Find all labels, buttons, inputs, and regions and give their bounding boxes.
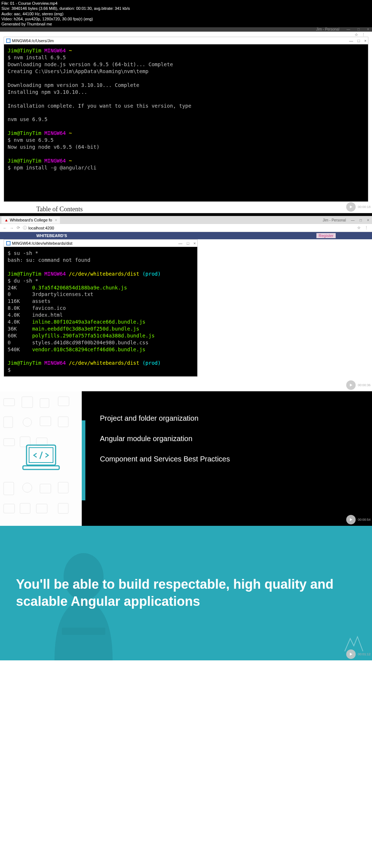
svg-rect-17 (4, 482, 14, 495)
star-icon[interactable]: ☆ (357, 225, 361, 230)
svg-rect-20 (58, 482, 68, 493)
slide-content: Project and folder organization Angular … (82, 391, 372, 526)
screenshot-1: File: 01 - Course Overview.mp4 Size: 384… (0, 0, 372, 213)
svg-rect-24 (58, 503, 68, 513)
svg-rect-1 (7, 39, 10, 42)
meta-size: Size: 3840146 bytes (3.66 MiB), duration… (1, 6, 371, 11)
url[interactable]: localhost:4200 (28, 226, 54, 230)
maximize-button[interactable]: □ (357, 27, 360, 31)
term-maximize[interactable]: □ (357, 39, 360, 43)
terminal-output[interactable]: $ su -sh * bash: su: command not found J… (4, 247, 197, 376)
video-overlay: 00:00:54 (346, 515, 371, 524)
timestamp: 00:01:12 (358, 652, 371, 656)
meta-audio: Audio: aac, 44100 Hz, stereo (eng) (1, 11, 371, 16)
close-button[interactable]: × (367, 218, 369, 222)
timestamp: 00:00:36 (358, 383, 371, 387)
menu-icon[interactable]: ⋮ (364, 225, 368, 230)
play-icon[interactable] (346, 380, 356, 390)
slide-headline: You'll be able to build respectable, hig… (16, 576, 343, 610)
reload-button[interactable]: ⟳ (17, 225, 20, 230)
minimize-button[interactable]: — (347, 27, 350, 31)
meta-file: File: 01 - Course Overview.mp4 (1, 1, 371, 6)
chrome-tabs: ▲ Whitebeard's College fo × Jim - Person… (0, 216, 372, 224)
play-icon[interactable] (346, 649, 356, 659)
slide-sidebar (0, 391, 82, 526)
terminal-titlebar[interactable]: MINGW64:/c/dev/whitebeards/dist — □ × (4, 240, 197, 247)
terminal-title: MINGW64:/c/Users/Jim (12, 39, 54, 43)
svg-rect-4 (7, 242, 10, 245)
screenshot-2: ▲ Whitebeard's College fo × Jim - Person… (0, 216, 372, 391)
video-overlay: 00:00:18 (346, 202, 371, 212)
back-button[interactable]: ← (3, 226, 7, 230)
svg-marker-31 (350, 653, 352, 656)
timestamp: 00:00:54 (358, 518, 371, 521)
svg-marker-5 (350, 384, 352, 387)
svg-marker-2 (350, 205, 352, 208)
svg-rect-27 (23, 466, 59, 469)
svg-rect-23 (36, 504, 47, 513)
terminal-titlebar[interactable]: MINGW64:/c/Users/Jim — □ × (4, 37, 368, 44)
bullet-1: Project and folder organization (100, 413, 354, 423)
register-link[interactable]: Register (316, 233, 336, 238)
minimize-button[interactable]: — (351, 218, 355, 222)
terminal-icon (6, 39, 11, 43)
svg-rect-9 (58, 397, 69, 406)
term-close[interactable]: × (194, 241, 196, 245)
browser-tab[interactable]: ▲ Whitebeard's College fo × (1, 216, 60, 224)
svg-point-18 (23, 483, 32, 492)
svg-rect-19 (40, 484, 51, 493)
svg-marker-28 (350, 518, 352, 521)
toc-heading: Table of Contents (0, 202, 372, 213)
term-minimize[interactable]: — (349, 39, 353, 43)
browser-user: Jim - Personal (316, 27, 339, 31)
screenshot-3: Project and folder organization Angular … (0, 391, 372, 526)
bullet-3: Component and Services Best Practices (100, 454, 354, 464)
meta-video: Video: h264, yuv420p, 1280x720, 30.00 fp… (1, 16, 371, 21)
terminal-output[interactable]: Jim@TinyTim MINGW64 ~ $ nvm install 6.9.… (4, 44, 368, 201)
site-brand[interactable]: WHITEBEARD'S (36, 233, 67, 238)
video-metadata: File: 01 - Course Overview.mp4 Size: 384… (0, 0, 372, 27)
terminal-title: MINGW64:/c/dev/whitebeards/dist (12, 241, 72, 245)
svg-rect-7 (22, 397, 33, 408)
term-close[interactable]: × (364, 39, 367, 43)
svg-rect-13 (58, 417, 68, 427)
angular-icon: ▲ (4, 218, 8, 222)
svg-rect-21 (4, 504, 15, 513)
svg-point-11 (23, 418, 32, 427)
address-bar: ← → ⟳ ⓘ localhost:4200 ☆ ⋮ (0, 224, 372, 232)
play-icon[interactable] (346, 202, 356, 212)
term-maximize[interactable]: □ (187, 241, 189, 245)
svg-rect-6 (4, 399, 15, 406)
term-minimize[interactable]: — (178, 241, 182, 245)
tab-close-icon[interactable]: × (55, 218, 57, 222)
video-overlay: 00:01:12 (346, 649, 371, 659)
svg-rect-22 (20, 503, 30, 513)
accent-bar (82, 420, 85, 500)
browser-titlebar: Jim - Personal — □ × (0, 27, 372, 32)
terminal-window-2: MINGW64:/c/dev/whitebeards/dist — □ × $ … (4, 239, 198, 377)
svg-rect-10 (4, 417, 13, 428)
forward-button[interactable]: → (10, 226, 14, 230)
svg-rect-12 (40, 417, 51, 426)
maximize-button[interactable]: □ (360, 218, 362, 222)
bullet-2: Angular module organization (100, 433, 354, 444)
meta-gen: Generated by Thumbnail me (1, 21, 371, 27)
svg-rect-14 (4, 439, 15, 446)
terminal-icon (6, 241, 11, 245)
close-button[interactable]: × (367, 27, 369, 31)
screenshot-4: You'll be able to build respectable, hig… (0, 526, 372, 660)
site-navbar: WHITEBEARD'S Register (0, 232, 372, 239)
svg-rect-30 (62, 628, 105, 635)
video-overlay: 00:00:36 (346, 380, 371, 390)
tab-title: Whitebeard's College fo (10, 218, 52, 222)
terminal-window-1: MINGW64:/c/Users/Jim — □ × Jim@TinyTim M… (4, 37, 368, 202)
timestamp: 00:00:18 (358, 205, 371, 209)
play-icon[interactable] (346, 515, 356, 524)
browser-user: Jim - Personal (323, 218, 346, 222)
info-icon[interactable]: ⓘ (23, 225, 27, 231)
laptop-code-icon (21, 443, 61, 474)
svg-rect-8 (40, 399, 49, 408)
